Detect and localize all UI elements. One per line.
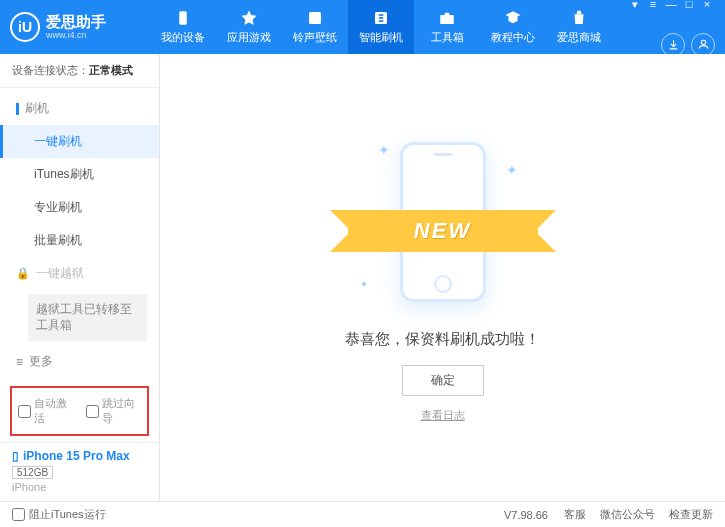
list-icon[interactable]: ≡	[645, 0, 661, 11]
ok-button[interactable]: 确定	[402, 365, 484, 396]
sidebar-item-batch-flash[interactable]: 批量刷机	[0, 224, 159, 257]
sidebar-item-other-tools[interactable]: 其他工具	[0, 378, 159, 380]
menu-icon[interactable]: ▾	[627, 0, 643, 11]
footer: 阻止iTunes运行 V7.98.66 客服 微信公众号 检查更新	[0, 501, 725, 527]
svg-rect-4	[445, 13, 450, 15]
phone-icon: ▯	[12, 449, 19, 463]
nav-my-device[interactable]: 我的设备	[150, 0, 216, 54]
store-icon	[569, 9, 589, 27]
nav-toolbox[interactable]: 工具箱	[414, 0, 480, 54]
link-support[interactable]: 客服	[564, 507, 586, 522]
titlebar-right: ▾ ≡ — □ ×	[627, 0, 715, 57]
flash-icon	[371, 9, 391, 27]
success-illustration: ✦ ✦ • NEW	[368, 132, 518, 312]
user-button[interactable]	[691, 33, 715, 57]
checkbox-auto-activate[interactable]: 自动激活	[18, 396, 74, 426]
device-icon	[173, 9, 193, 27]
titlebar: iU 爱思助手 www.i4.cn 我的设备 应用游戏 铃声壁纸 智能刷机 工具…	[0, 0, 725, 54]
app-name: 爱思助手	[46, 14, 106, 31]
top-nav: 我的设备 应用游戏 铃声壁纸 智能刷机 工具箱 教程中心 爱思商城	[150, 0, 627, 54]
close-icon[interactable]: ×	[699, 0, 715, 11]
nav-smart-flash[interactable]: 智能刷机	[348, 0, 414, 54]
lock-icon: 🔒	[16, 267, 30, 280]
checkbox-block-itunes[interactable]: 阻止iTunes运行	[12, 507, 106, 522]
success-message: 恭喜您，保资料刷机成功啦！	[345, 330, 540, 349]
nav-ringtone-wallpaper[interactable]: 铃声壁纸	[282, 0, 348, 54]
svg-rect-0	[179, 11, 187, 25]
device-storage: 512GB	[12, 466, 53, 479]
version-label: V7.98.66	[504, 509, 548, 521]
svg-rect-1	[309, 12, 321, 24]
new-ribbon: NEW	[348, 210, 538, 252]
svg-point-5	[701, 40, 705, 44]
sidebar-item-oneclick-flash[interactable]: 一键刷机	[0, 125, 159, 158]
view-log-link[interactable]: 查看日志	[421, 408, 465, 423]
minimize-icon[interactable]: —	[663, 0, 679, 11]
sidebar-menu: 刷机 一键刷机 iTunes刷机 专业刷机 批量刷机 🔒 一键越狱 越狱工具已转…	[0, 88, 159, 380]
flash-options-box: 自动激活 跳过向导	[10, 386, 149, 436]
toolbox-icon	[437, 9, 457, 27]
main-content: ✦ ✦ • NEW 恭喜您，保资料刷机成功啦！ 确定 查看日志	[160, 54, 725, 501]
nav-store[interactable]: 爱思商城	[546, 0, 612, 54]
device-info: ▯ iPhone 15 Pro Max 512GB iPhone	[0, 442, 159, 501]
sidebar-item-pro-flash[interactable]: 专业刷机	[0, 191, 159, 224]
footer-links: 客服 微信公众号 检查更新	[564, 507, 713, 522]
apps-icon	[239, 9, 259, 27]
logo-icon: iU	[10, 12, 40, 42]
tutorial-icon	[503, 9, 523, 27]
device-type: iPhone	[12, 481, 147, 493]
nav-apps-games[interactable]: 应用游戏	[216, 0, 282, 54]
group-jailbreak: 🔒 一键越狱	[0, 257, 159, 290]
device-name[interactable]: ▯ iPhone 15 Pro Max	[12, 449, 147, 463]
wallpaper-icon	[305, 9, 325, 27]
checkbox-skip-guide[interactable]: 跳过向导	[86, 396, 142, 426]
download-button[interactable]	[661, 33, 685, 57]
connection-status: 设备连接状态：正常模式	[0, 54, 159, 88]
maximize-icon[interactable]: □	[681, 0, 697, 11]
group-more[interactable]: ≡ 更多	[0, 345, 159, 378]
more-icon: ≡	[16, 355, 23, 369]
svg-rect-3	[440, 15, 454, 24]
sidebar: 设备连接状态：正常模式 刷机 一键刷机 iTunes刷机 专业刷机 批量刷机 🔒…	[0, 54, 160, 501]
app-url: www.i4.cn	[46, 30, 106, 40]
window-controls: ▾ ≡ — □ ×	[627, 0, 715, 11]
jailbreak-moved-note[interactable]: 越狱工具已转移至工具箱	[28, 294, 147, 341]
sidebar-item-itunes-flash[interactable]: iTunes刷机	[0, 158, 159, 191]
group-flash[interactable]: 刷机	[0, 92, 159, 125]
logo: iU 爱思助手 www.i4.cn	[10, 12, 150, 42]
link-check-update[interactable]: 检查更新	[669, 507, 713, 522]
link-wechat[interactable]: 微信公众号	[600, 507, 655, 522]
nav-tutorials[interactable]: 教程中心	[480, 0, 546, 54]
